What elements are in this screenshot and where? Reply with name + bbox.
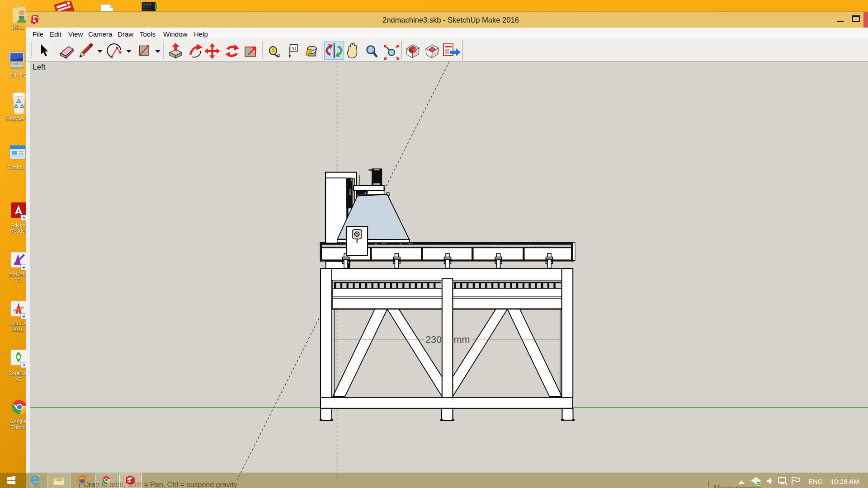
svg-text:A1: A1 [291, 46, 297, 51]
svg-text:mm: mm [454, 334, 470, 345]
